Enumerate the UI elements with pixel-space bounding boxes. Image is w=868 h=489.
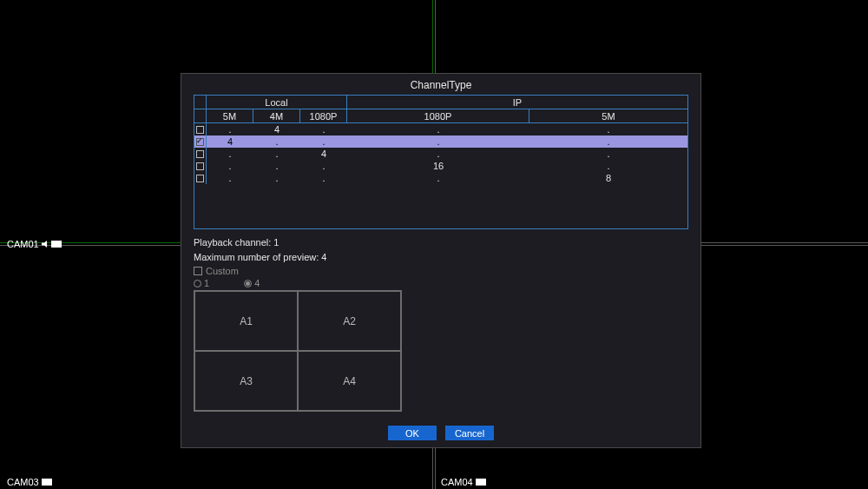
custom-checkbox[interactable]	[194, 267, 202, 275]
radio-4-dot	[244, 280, 252, 287]
speaker-icon	[42, 241, 49, 248]
col-header-4m: 4M	[253, 109, 300, 123]
preview-cell-a1[interactable]: A1	[194, 291, 298, 351]
col-header-1080p-local: 1080P	[300, 109, 347, 123]
col-header-5m-ip: 5M	[529, 109, 688, 123]
preview-grid: A1 A2 A3 A4	[194, 290, 402, 412]
dialog-button-row: OK Cancel	[181, 426, 700, 440]
table-row[interactable]: .4...	[194, 123, 688, 135]
checkbox-header	[194, 109, 207, 123]
custom-label: Custom	[206, 266, 239, 276]
table-row[interactable]: 4....	[194, 135, 688, 148]
row-checkbox[interactable]	[196, 175, 204, 182]
camera-icon	[42, 479, 52, 486]
cancel-button[interactable]: Cancel	[445, 426, 494, 440]
cam-label-4: CAM04	[441, 477, 486, 487]
cam-label-3: CAM03	[7, 477, 52, 487]
dialog-title: ChannelType	[181, 74, 700, 95]
table-corner	[194, 96, 207, 109]
channel-type-dialog: ChannelType Local IP 5M 4M 1080P 1080P 5…	[181, 73, 701, 448]
row-checkbox[interactable]	[196, 150, 204, 158]
radio-1-label: 1	[204, 278, 209, 288]
radio-1-dot	[194, 280, 201, 287]
table-row[interactable]: ..4..	[194, 148, 688, 160]
group-header-local: Local	[207, 96, 347, 109]
ok-button[interactable]: OK	[388, 426, 437, 440]
custom-checkbox-row[interactable]: Custom	[194, 266, 700, 276]
radio-1[interactable]: 1	[194, 278, 209, 288]
preview-cell-a3[interactable]: A3	[194, 351, 298, 411]
row-checkbox[interactable]	[196, 162, 204, 170]
camera-icon	[51, 241, 62, 248]
group-header-ip: IP	[347, 96, 688, 109]
cam-label-1-text: CAM01	[7, 239, 39, 249]
radio-4-label: 4	[254, 278, 260, 288]
playback-channel-info: Playback channel: 1	[194, 236, 688, 249]
cam-label-3-text: CAM03	[7, 477, 39, 487]
col-header-5m-local: 5M	[207, 109, 253, 123]
col-header-1080p-ip: 1080P	[347, 109, 529, 123]
max-preview-info: Maximum number of preview: 4	[194, 251, 688, 264]
table-row[interactable]: ...16.	[194, 160, 688, 172]
cam-label-1: CAM01	[7, 239, 62, 249]
cam-label-4-text: CAM04	[441, 477, 473, 487]
radio-4[interactable]: 4	[244, 278, 260, 288]
preview-cell-a4[interactable]: A4	[298, 351, 401, 411]
row-checkbox[interactable]	[196, 138, 204, 146]
channel-config-table: Local IP 5M 4M 1080P 1080P 5M .4...4....…	[194, 95, 688, 229]
row-checkbox[interactable]	[196, 126, 204, 134]
camera-icon	[476, 479, 486, 486]
preview-layout-radios: 1 4	[194, 278, 700, 288]
preview-cell-a2[interactable]: A2	[298, 291, 401, 351]
table-row[interactable]: ....8	[194, 172, 688, 184]
